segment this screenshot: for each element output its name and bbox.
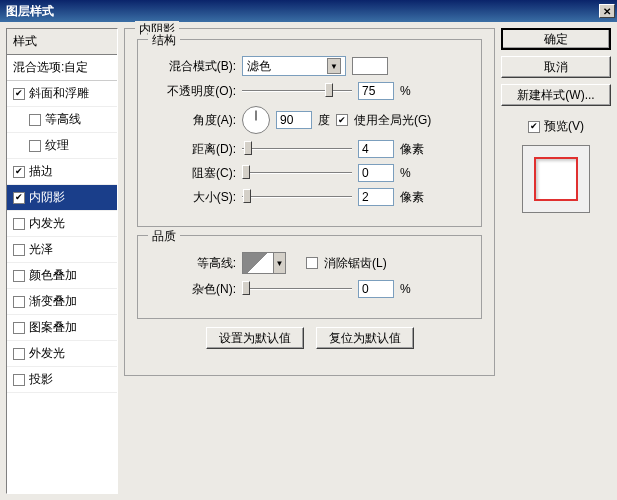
make-default-button[interactable]: 设置为默认值	[206, 327, 304, 349]
px-unit-2: 像素	[400, 189, 424, 206]
window-title: 图层样式	[6, 3, 54, 20]
dialog-body: 样式 混合选项:自定 斜面和浮雕等高线纹理描边内阴影内发光光泽颜色叠加渐变叠加图…	[0, 22, 617, 500]
ok-button[interactable]: 确定	[501, 28, 611, 50]
angle-input[interactable]	[276, 111, 312, 129]
style-label: 内发光	[29, 215, 65, 232]
opacity-input[interactable]	[358, 82, 394, 100]
styles-header: 样式	[7, 29, 117, 55]
close-button[interactable]: ✕	[599, 4, 615, 18]
style-label: 光泽	[29, 241, 53, 258]
style-checkbox[interactable]	[29, 140, 41, 152]
style-checkbox[interactable]	[13, 270, 25, 282]
preview-box	[522, 145, 590, 213]
style-item-5[interactable]: 内发光	[7, 211, 117, 237]
style-label: 等高线	[45, 111, 81, 128]
global-light-checkbox[interactable]	[336, 114, 348, 126]
chevron-down-icon[interactable]: ▼	[274, 252, 286, 274]
style-checkbox[interactable]	[29, 114, 41, 126]
settings-panel: 内阴影 结构 混合模式(B): 滤色 ▼ 不透明度(O): %	[124, 28, 495, 494]
percent-unit: %	[400, 84, 411, 98]
inner-shadow-group: 内阴影 结构 混合模式(B): 滤色 ▼ 不透明度(O): %	[124, 28, 495, 376]
action-panel: 确定 取消 新建样式(W)... 预览(V)	[501, 28, 611, 494]
blend-options-header[interactable]: 混合选项:自定	[7, 55, 117, 81]
style-item-0[interactable]: 斜面和浮雕	[7, 81, 117, 107]
style-label: 外发光	[29, 345, 65, 362]
style-item-7[interactable]: 颜色叠加	[7, 263, 117, 289]
structure-group: 结构 混合模式(B): 滤色 ▼ 不透明度(O): % 角度(A)	[137, 39, 482, 227]
style-checkbox[interactable]	[13, 244, 25, 256]
spread-slider[interactable]	[242, 165, 352, 181]
style-checkbox[interactable]	[13, 374, 25, 386]
reset-default-button[interactable]: 复位为默认值	[316, 327, 414, 349]
global-light-label: 使用全局光(G)	[354, 112, 431, 129]
distance-label: 距离(D):	[150, 141, 236, 158]
size-slider[interactable]	[242, 189, 352, 205]
blend-mode-select[interactable]: 滤色 ▼	[242, 56, 346, 76]
angle-unit: 度	[318, 112, 330, 129]
antialias-label: 消除锯齿(L)	[324, 255, 387, 272]
contour-picker[interactable]	[242, 252, 274, 274]
cancel-button[interactable]: 取消	[501, 56, 611, 78]
style-item-3[interactable]: 描边	[7, 159, 117, 185]
blend-mode-value: 滤色	[247, 58, 271, 75]
style-label: 图案叠加	[29, 319, 77, 336]
style-label: 投影	[29, 371, 53, 388]
structure-legend: 结构	[148, 32, 180, 49]
distance-input[interactable]	[358, 140, 394, 158]
noise-label: 杂色(N):	[150, 281, 236, 298]
blend-mode-label: 混合模式(B):	[150, 58, 236, 75]
distance-slider[interactable]	[242, 141, 352, 157]
style-label: 渐变叠加	[29, 293, 77, 310]
style-label: 内阴影	[29, 189, 65, 206]
preview-swatch	[534, 157, 578, 201]
style-label: 斜面和浮雕	[29, 85, 89, 102]
contour-label: 等高线:	[150, 255, 236, 272]
style-item-8[interactable]: 渐变叠加	[7, 289, 117, 315]
antialias-checkbox[interactable]	[306, 257, 318, 269]
style-item-1[interactable]: 等高线	[7, 107, 117, 133]
style-checkbox[interactable]	[13, 166, 25, 178]
style-checkbox[interactable]	[13, 348, 25, 360]
preview-checkbox[interactable]	[528, 121, 540, 133]
noise-input[interactable]	[358, 280, 394, 298]
style-checkbox[interactable]	[13, 296, 25, 308]
style-item-11[interactable]: 投影	[7, 367, 117, 393]
percent-unit-2: %	[400, 166, 411, 180]
size-input[interactable]	[358, 188, 394, 206]
titlebar: 图层样式 ✕	[0, 0, 617, 22]
styles-list: 样式 混合选项:自定 斜面和浮雕等高线纹理描边内阴影内发光光泽颜色叠加渐变叠加图…	[6, 28, 118, 494]
angle-label: 角度(A):	[150, 112, 236, 129]
style-item-9[interactable]: 图案叠加	[7, 315, 117, 341]
style-item-4[interactable]: 内阴影	[7, 185, 117, 211]
percent-unit-3: %	[400, 282, 411, 296]
opacity-slider[interactable]	[242, 83, 352, 99]
quality-group: 品质 等高线: ▼ 消除锯齿(L) 杂色(N): %	[137, 235, 482, 319]
style-label: 颜色叠加	[29, 267, 77, 284]
px-unit: 像素	[400, 141, 424, 158]
style-item-6[interactable]: 光泽	[7, 237, 117, 263]
chevron-down-icon: ▼	[327, 58, 341, 74]
preview-label: 预览(V)	[544, 118, 584, 135]
spread-label: 阻塞(C):	[150, 165, 236, 182]
style-item-2[interactable]: 纹理	[7, 133, 117, 159]
style-checkbox[interactable]	[13, 322, 25, 334]
size-label: 大小(S):	[150, 189, 236, 206]
quality-legend: 品质	[148, 228, 180, 245]
shadow-color-swatch[interactable]	[352, 57, 388, 75]
opacity-label: 不透明度(O):	[150, 83, 236, 100]
style-label: 描边	[29, 163, 53, 180]
noise-slider[interactable]	[242, 281, 352, 297]
new-style-button[interactable]: 新建样式(W)...	[501, 84, 611, 106]
spread-input[interactable]	[358, 164, 394, 182]
style-checkbox[interactable]	[13, 88, 25, 100]
style-item-10[interactable]: 外发光	[7, 341, 117, 367]
angle-dial[interactable]	[242, 106, 270, 134]
style-label: 纹理	[45, 137, 69, 154]
style-checkbox[interactable]	[13, 192, 25, 204]
style-checkbox[interactable]	[13, 218, 25, 230]
